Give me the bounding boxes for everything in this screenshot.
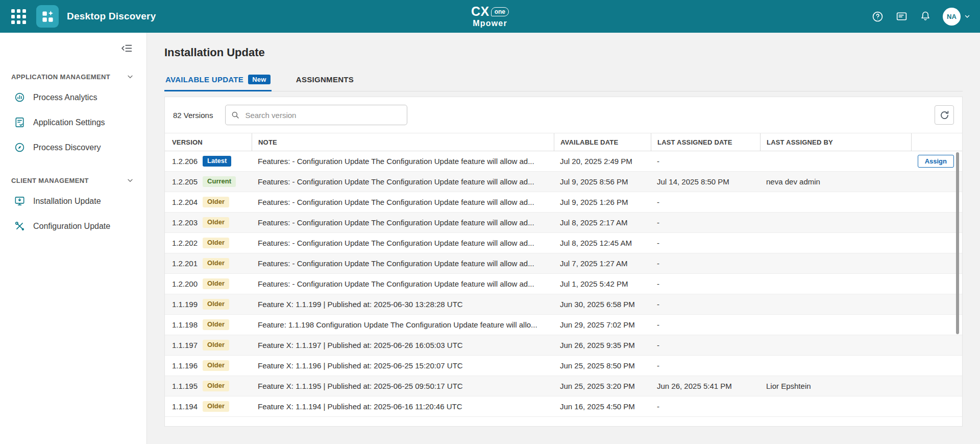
available-date-cell: Jun 30, 2025 6:58 PM bbox=[554, 300, 651, 309]
available-date-cell: Jun 26, 2025 9:35 PM bbox=[554, 341, 651, 349]
chevron-icon bbox=[126, 73, 134, 81]
tabs: AVAILABLE UPDATE New ASSIGNMENTS bbox=[164, 75, 963, 91]
app-title: Desktop Discovery bbox=[67, 11, 156, 22]
version-value: 1.2.200 bbox=[172, 279, 198, 288]
chevron-icon bbox=[126, 176, 134, 184]
table-row[interactable]: 1.2.204 Older Features: - Configuration … bbox=[165, 192, 962, 213]
table-header-row: VERSION NOTE AVAILABLE DATE LAST ASSIGNE… bbox=[165, 133, 962, 151]
last-assigned-by-cell: neva dev admin bbox=[760, 177, 911, 186]
last-assigned-date-cell: - bbox=[651, 259, 760, 268]
desktop-discovery-logo-icon bbox=[36, 5, 59, 28]
avatar: NA bbox=[943, 8, 961, 26]
version-badge: Older bbox=[203, 381, 229, 391]
table-row[interactable]: 1.1.196 Older Feature X: 1.1.196 | Publi… bbox=[165, 356, 962, 376]
main-content: Installation Update AVAILABLE UPDATE New… bbox=[147, 33, 980, 444]
tab-label: AVAILABLE UPDATE bbox=[165, 75, 243, 84]
process-discovery-icon bbox=[13, 142, 26, 154]
available-date-cell: Jul 1, 2025 5:42 PM bbox=[554, 279, 651, 288]
available-date-cell: Jul 8, 2025 2:17 AM bbox=[554, 218, 651, 227]
sidebar-item-label: Configuration Update bbox=[33, 222, 110, 231]
user-menu-button[interactable]: NA bbox=[943, 8, 971, 26]
collapse-sidebar-button[interactable] bbox=[120, 40, 133, 56]
version-badge: Latest bbox=[203, 156, 231, 167]
section-label: CLIENT MANAGEMENT bbox=[11, 177, 89, 184]
sidebar-item-label: Process Analytics bbox=[33, 93, 97, 102]
tab-assignments[interactable]: ASSIGNMENTS bbox=[295, 75, 355, 91]
sidebar-item-application-settings[interactable]: Application Settings bbox=[0, 110, 146, 135]
available-date-cell: Jul 20, 2025 2:49 PM bbox=[554, 157, 651, 166]
bell-icon bbox=[919, 10, 932, 22]
refresh-icon bbox=[939, 110, 950, 121]
last-assigned-date-cell: - bbox=[651, 300, 760, 309]
brand-mpower-text: Mpower bbox=[471, 19, 509, 28]
note-cell: Features: - Configuration Update The Con… bbox=[252, 259, 554, 268]
versions-count: 82 Versions bbox=[173, 111, 213, 120]
table-row[interactable]: 1.1.197 Older Feature X: 1.1.197 | Publi… bbox=[165, 335, 962, 356]
collapse-panel-icon bbox=[120, 42, 133, 55]
version-badge: Older bbox=[203, 258, 229, 269]
table-row[interactable]: 1.1.199 Older Feature X: 1.1.199 | Publi… bbox=[165, 294, 962, 315]
table-scrollbar[interactable] bbox=[956, 152, 959, 334]
product-updates-button[interactable] bbox=[895, 10, 908, 23]
available-date-cell: Jul 9, 2025 8:56 PM bbox=[554, 177, 651, 186]
apps-grid-button[interactable] bbox=[9, 7, 28, 26]
version-badge: Older bbox=[203, 217, 229, 228]
version-badge: Older bbox=[203, 197, 229, 207]
table-row[interactable]: 1.2.201 Older Features: - Configuration … bbox=[165, 253, 962, 274]
refresh-button[interactable] bbox=[935, 105, 954, 125]
section-application-management[interactable]: APPLICATION MANAGEMENT bbox=[0, 68, 146, 85]
note-cell: Feature X: 1.1.195 | Published at: 2025-… bbox=[252, 382, 554, 390]
page-title: Installation Update bbox=[164, 46, 963, 59]
version-badge: Older bbox=[203, 238, 229, 248]
tab-available-update[interactable]: AVAILABLE UPDATE New bbox=[164, 75, 272, 91]
assign-button[interactable]: Assign bbox=[918, 155, 954, 168]
col-header-note: NOTE bbox=[252, 133, 554, 151]
brand-cx-text: CX bbox=[471, 5, 489, 18]
last-assigned-date-cell: - bbox=[651, 239, 760, 247]
notifications-button[interactable] bbox=[919, 10, 932, 22]
version-value: 1.1.198 bbox=[172, 320, 198, 329]
col-header-last-assigned-date: LAST ASSIGNED DATE bbox=[651, 133, 760, 151]
nav-group-application-management: APPLICATION MANAGEMENT Process Analytics bbox=[0, 68, 146, 160]
sidebar-item-configuration-update[interactable]: Configuration Update bbox=[0, 214, 146, 239]
nav-group-client-management: CLIENT MANAGEMENT Installation Update bbox=[0, 172, 146, 239]
sidebar-item-process-analytics[interactable]: Process Analytics bbox=[0, 85, 146, 110]
note-cell: Feature X: 1.1.199 | Published at: 2025-… bbox=[252, 300, 554, 309]
sidebar-item-process-discovery[interactable]: Process Discovery bbox=[0, 135, 146, 160]
available-date-cell: Jun 16, 2025 4:50 PM bbox=[554, 402, 651, 411]
table-row[interactable]: 1.1.195 Older Feature X: 1.1.195 | Publi… bbox=[165, 376, 962, 396]
last-assigned-date-cell: - bbox=[651, 320, 760, 329]
available-date-cell: Jul 7, 2025 1:27 AM bbox=[554, 259, 651, 268]
version-value: 1.2.201 bbox=[172, 259, 198, 268]
last-assigned-date-cell: Jun 26, 2025 5:41 PM bbox=[651, 382, 760, 390]
table-row[interactable]: 1.2.205 Current Features: - Configuratio… bbox=[165, 172, 962, 192]
note-cell: Features: - Configuration Update The Con… bbox=[252, 157, 554, 166]
table-row[interactable]: 1.2.206 Latest Features: - Configuration… bbox=[165, 151, 962, 172]
version-value: 1.2.205 bbox=[172, 177, 198, 186]
version-badge: Older bbox=[203, 360, 229, 371]
section-client-management[interactable]: CLIENT MANAGEMENT bbox=[0, 172, 146, 189]
help-button[interactable] bbox=[871, 10, 884, 23]
process-analytics-icon bbox=[13, 91, 26, 104]
col-header-available-date: AVAILABLE DATE bbox=[554, 133, 651, 151]
version-badge: Older bbox=[203, 278, 229, 289]
table-row[interactable]: 1.2.200 Older Features: - Configuration … bbox=[165, 274, 962, 294]
available-date-cell: Jun 29, 2025 7:02 PM bbox=[554, 320, 651, 329]
sidebar-item-installation-update[interactable]: Installation Update bbox=[0, 189, 146, 214]
table-row[interactable]: 1.2.203 Older Features: - Configuration … bbox=[165, 213, 962, 233]
tab-label: ASSIGNMENTS bbox=[296, 75, 354, 84]
chevron-down-icon bbox=[964, 13, 971, 20]
search-input[interactable] bbox=[225, 105, 407, 125]
sidebar: APPLICATION MANAGEMENT Process Analytics bbox=[0, 33, 147, 444]
available-date-cell: Jun 25, 2025 8:50 PM bbox=[554, 361, 651, 370]
table-row[interactable]: 1.1.194 Older Feature X: 1.1.194 | Publi… bbox=[165, 396, 962, 417]
table-row[interactable]: 1.1.198 Older Feature: 1.1.198 Configura… bbox=[165, 315, 962, 335]
last-assigned-date-cell: - bbox=[651, 341, 760, 349]
version-value: 1.2.202 bbox=[172, 239, 198, 247]
version-value: 1.1.195 bbox=[172, 382, 198, 390]
table-row[interactable]: 1.2.202 Older Features: - Configuration … bbox=[165, 233, 962, 253]
table-toolbar: 82 Versions bbox=[165, 97, 962, 133]
application-settings-icon bbox=[13, 116, 26, 129]
last-assigned-by-cell: Lior Epshtein bbox=[760, 382, 911, 390]
new-badge: New bbox=[248, 75, 271, 84]
